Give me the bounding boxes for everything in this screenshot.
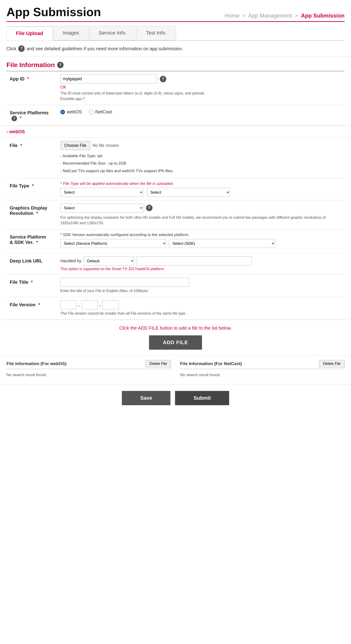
radio-webos-input[interactable] [60,110,65,114]
info-text: and see detailed guidelines if you need … [26,46,183,52]
file-title-row: File Title * Enter the title of your Fil… [6,274,345,297]
add-file-hint: Click the ADD FILE button to add a file … [6,326,345,331]
app-id-required: * [27,76,29,81]
no-file-text: No file chosen [93,143,119,148]
graphics-resolution-required: * [36,211,38,216]
deep-link-row-inner: Handled by Default [60,256,341,266]
tab-file-upload[interactable]: File Upload [6,26,53,40]
breadcrumb-middle[interactable]: App Management [248,12,292,19]
service-platform-select[interactable]: Select (Service Platform) [60,239,166,248]
app-id-help-icon[interactable]: ? [160,76,166,82]
app-id-label: App ID * [6,71,57,105]
deep-link-url-input[interactable] [137,256,252,266]
app-id-content: ? OK The ID must consist only of lowerca… [57,71,345,105]
tab-test-info[interactable]: Test Info. [137,26,176,40]
sdk-select[interactable]: Select (SDK) [169,239,275,248]
file-type-select-2[interactable]: Select [147,188,230,197]
app-id-row: App ID * ? OK The ID must consist only o… [6,71,345,105]
graphics-resolution-label-text: Graphics DisplayResolution [10,205,47,216]
file-version-row: File Version * . . The File version cann… [6,297,345,320]
app-id-ok: OK [60,85,341,90]
graphics-resolution-label: Graphics DisplayResolution * [6,200,57,229]
section-title-text: File Information [6,61,55,69]
file-title-input[interactable] [60,278,189,287]
file-required: * [20,143,22,148]
delete-file-webos-button[interactable]: Delete File [146,360,171,368]
file-version-v1[interactable] [60,300,76,309]
file-type-label: File Type * [6,178,57,200]
submit-button[interactable]: Submit [175,391,229,405]
file-list-webos-no-result: No search result found. [6,370,171,380]
version-row: . . [60,300,341,309]
service-platform-sdk-required: * [36,240,38,245]
breadcrumb-home[interactable]: Home [225,12,240,19]
deep-link-row: Deep Link URL Handled by Default This op… [6,253,345,274]
deep-link-note: This option is supported on the Smart TV… [60,267,341,271]
file-row: File * Choose File No file chosen - Avai… [6,138,345,178]
footer-buttons: Save Submit [0,384,351,412]
breadcrumb-sep2: > [295,12,298,19]
app-id-hint: The ID must consist only of lowercase le… [60,90,341,102]
file-version-content: . . The File version cannot be smaller t… [57,297,345,320]
deep-link-label: Deep Link URL [6,253,57,274]
webos-form-table: File * Choose File No file chosen - Avai… [6,138,345,320]
file-list-webos: File Information (For webOS) Delete File… [6,360,171,380]
file-list-netcast-header: File Information (For NetCast) Delete Fi… [180,360,345,369]
file-type-row: File Type * * File Type will be applied … [6,178,345,200]
file-list-webos-title: File Information (For webOS) [6,361,66,366]
webos-bar: - webOS [0,126,351,138]
radio-netcast-label: NetCast [95,109,112,114]
breadcrumb-sep1: > [242,12,246,19]
tab-images[interactable]: Images [53,26,89,40]
file-list-netcast: File Information (For NetCast) Delete Fi… [180,360,345,380]
tabs: File Upload Images Service Info. Test In… [6,26,345,41]
file-title-label: File Title * [6,274,57,297]
service-platforms-help-icon[interactable]: ? [11,116,17,121]
file-version-v3[interactable] [102,300,119,309]
file-info-list: - Available File Type: ipk - Recommended… [60,152,341,175]
save-button[interactable]: Save [122,391,170,405]
info-text-prefix: Click [6,46,16,52]
file-type-required: * [32,183,34,188]
graphics-resolution-content: Select ? For optimizing the display reso… [57,200,345,229]
service-platforms-content: webOS NetCast [57,105,345,126]
service-platform-sdk-label: Service Platform& SDK Ver. * [6,229,57,253]
deep-link-content: Handled by Default This option is suppor… [57,253,345,274]
app-id-input[interactable] [60,74,157,84]
section-help-icon[interactable]: ? [57,62,63,68]
service-platforms-label: Service Platforms ? * [6,105,57,126]
graphics-resolution-hint: For optimizing the display resolution fo… [60,215,341,226]
file-version-v2[interactable] [81,300,98,309]
tab-service-info[interactable]: Service Info. [89,26,136,40]
radio-webos-label: webOS [67,109,82,114]
service-platform-sdk-label-text: Service Platform& SDK Ver. [10,234,46,245]
choose-file-button[interactable]: Choose File [60,141,90,150]
file-list-netcast-title: File Information (For NetCast) [180,361,242,366]
page-header: App Submission Home > App Management > A… [0,0,351,21]
file-info-line-1: - Available File Type: ipk [60,152,341,160]
file-list-webos-header: File Information (For webOS) Delete File [6,360,171,369]
webos-form-area: File * Choose File No file chosen - Avai… [0,138,351,320]
delete-file-netcast-button[interactable]: Delete File [319,360,345,368]
file-info-line-2: - Recommended File Size : up to 2GB [60,160,341,167]
service-platforms-row: Service Platforms ? * webOS NetCast [6,105,345,126]
tabs-container: File Upload Images Service Info. Test In… [0,22,351,41]
handled-label: Handled by [60,258,81,264]
radio-webos[interactable]: webOS [60,109,82,114]
sdk-row: Select (Service Platform) Select (SDK) [60,239,341,248]
file-lists: File Information (For webOS) Delete File… [0,356,351,384]
radio-netcast-input[interactable] [89,110,93,114]
file-type-select-1[interactable]: Select [60,188,143,197]
service-platforms-required: * [20,116,22,120]
add-file-section: Click the ADD FILE button to add a file … [0,320,351,356]
radio-netcast[interactable]: NetCast [89,109,112,114]
add-file-button[interactable]: ADD FILE [149,335,202,350]
info-help-icon[interactable]: ? [18,46,25,52]
file-version-required: * [38,302,40,307]
graphics-resolution-select[interactable]: Select [60,204,143,212]
graphics-resolution-help-icon[interactable]: ? [146,205,152,211]
file-version-label: File Version * [6,297,57,320]
deep-link-select[interactable]: Default [84,256,134,266]
service-platform-sdk-content: * SDK Version automatically configured a… [57,229,345,253]
file-title-hint: Enter the title of your File in English.… [60,288,341,294]
